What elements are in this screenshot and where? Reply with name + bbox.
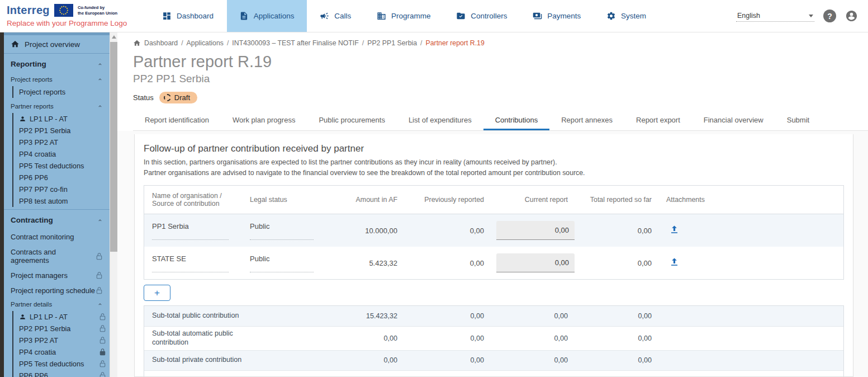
sidebar-item-partner-report-pp7[interactable]: PP7 PP7 co-fin — [13, 183, 110, 195]
summary-previously-reported: 0,00 — [404, 356, 491, 364]
col-header-previously-reported: Previously reported — [404, 190, 491, 210]
summary-previously-reported: 0,00 — [404, 312, 491, 320]
summary-label: Sub-total private contribution — [144, 353, 267, 367]
breadcrumb-applications[interactable]: Applications — [187, 39, 224, 47]
legal-status-field: Public — [250, 253, 314, 272]
breadcrumb-partner[interactable]: PP2 PP1 Serbia — [367, 39, 417, 47]
summary-row: Sub-total public contribution 15.423,32 … — [144, 306, 843, 326]
account-icon — [845, 10, 858, 22]
sidebar-item-contract-monitoring[interactable]: Contract monitoring — [4, 229, 110, 244]
tab-report-annexes[interactable]: Report annexes — [549, 111, 624, 130]
sidebar-item-project-reporting-schedule[interactable]: Project reporting schedule — [4, 283, 110, 298]
summary-total-reported: 0,00 — [575, 356, 658, 364]
sidebar-item-project-reports[interactable]: Project reports — [13, 86, 110, 98]
col-header-amount-af: Amount in AF — [326, 190, 404, 210]
tab-financial-overview[interactable]: Financial overview — [692, 111, 775, 130]
nav-dashboard[interactable]: Dashboard — [150, 0, 226, 32]
sidebar-item-project-managers[interactable]: Project managers — [4, 268, 110, 283]
sidebar-item-partner-detail-pp3[interactable]: PP3 PP2 AT — [13, 334, 110, 346]
amount-af-value: 10.000,00 — [326, 222, 404, 239]
col-header-name: Name of organisation / Source of contrib… — [144, 186, 242, 214]
table-header-row: Name of organisation / Source of contrib… — [144, 186, 843, 214]
contributions-table: Name of organisation / Source of contrib… — [144, 185, 844, 280]
sidebar-group-project-reports[interactable]: Project reports — [4, 73, 110, 85]
tab-report-identification[interactable]: Report identification — [133, 111, 221, 130]
nav-payments[interactable]: Payments — [520, 0, 593, 32]
upload-attachment-button[interactable] — [668, 224, 680, 235]
programme-logo: Interreg Co-funded by the European Union… — [0, 0, 133, 32]
sidebar-item-partner-report-pp4[interactable]: PP4 croatia — [13, 148, 110, 160]
language-select[interactable]: English — [736, 10, 814, 22]
nav-applications[interactable]: Applications — [227, 0, 307, 32]
sidebar-group-partner-reports[interactable]: Partner reports — [4, 100, 110, 112]
page-title: Partner report R.19 — [133, 53, 868, 71]
lock-open-icon — [99, 313, 106, 321]
window-left-edge — [0, 32, 4, 377]
scroll-up-arrow-icon[interactable] — [112, 35, 116, 39]
tab-list-of-expenditures[interactable]: List of expenditures — [397, 111, 483, 130]
contributions-card: Follow-up of partner contribution receiv… — [134, 134, 853, 377]
home-icon — [133, 39, 141, 47]
sidebar-item-partner-report-pp8[interactable]: PP8 test autom — [13, 195, 110, 207]
home-icon — [11, 40, 20, 49]
sidebar-section-reporting[interactable]: Reporting — [4, 54, 110, 73]
tab-report-export[interactable]: Report export — [624, 111, 692, 130]
system-icon — [606, 11, 616, 21]
lock-closed-icon — [99, 348, 106, 356]
organisation-name-field: PP1 Serbia — [152, 221, 229, 240]
sidebar-item-contracts-agreements[interactable]: Contracts and agreements — [4, 244, 110, 268]
sidebar-item-partner-report-pp5[interactable]: PP5 Test deductions — [13, 160, 110, 172]
tab-public-procurements[interactable]: Public procurements — [307, 111, 397, 130]
account-button[interactable] — [845, 10, 858, 22]
breadcrumb-project[interactable]: INT4300093 – TEST after Finalise NOTIF — [232, 39, 358, 47]
scrollbar-thumb[interactable] — [110, 42, 117, 252]
summary-table: Sub-total public contribution 15.423,32 … — [144, 305, 844, 377]
page-subtitle: PP2 PP1 Serbia — [133, 73, 868, 85]
summary-row: Sub-total automatic public contribution … — [144, 326, 843, 350]
upload-attachment-button[interactable] — [668, 257, 680, 268]
sidebar-item-partner-report-pp3[interactable]: PP3 PP2 AT — [13, 136, 110, 148]
sidebar-scrollbar[interactable] — [110, 32, 117, 377]
section-description-2: Partner organisations are advised to nav… — [144, 168, 844, 178]
chevron-up-icon — [97, 218, 103, 223]
nav-calls[interactable]: Calls — [307, 0, 363, 32]
sidebar-item-partner-detail-pp4[interactable]: PP4 croatia — [13, 346, 110, 358]
summary-amount-af: 0,00 — [326, 334, 404, 342]
nav-controllers[interactable]: Controllers — [444, 0, 519, 32]
sidebar-item-project-overview[interactable]: Project overview — [4, 35, 110, 53]
report-tabs: Report identification Work plan progress… — [133, 111, 868, 131]
eu-flag-icon — [54, 4, 73, 17]
summary-amount-af: 15.423,32 — [326, 312, 404, 320]
amount-af-value: 5.423,32 — [326, 255, 404, 272]
table-row: PP1 Serbia Public 10.000,00 0,00 0,00 — [144, 214, 843, 247]
sidebar-item-partner-detail-pp6[interactable]: PP6 PP6 — [13, 370, 110, 377]
summary-previously-reported: 0,00 — [404, 334, 491, 342]
sidebar-group-partner-details[interactable]: Partner details — [4, 298, 110, 310]
tab-contributions[interactable]: Contributions — [483, 111, 550, 130]
sidebar-section-contracting[interactable]: Contracting — [4, 210, 110, 229]
sidebar-item-partner-detail-pp2[interactable]: PP2 PP1 Serbia — [13, 323, 110, 334]
person-icon — [19, 115, 26, 122]
nav-system[interactable]: System — [594, 0, 658, 32]
lock-open-icon — [96, 286, 103, 295]
col-header-legal-status: Legal status — [242, 190, 326, 210]
sidebar-item-partner-detail-pp5[interactable]: PP5 Test deductions — [13, 358, 110, 370]
sidebar-item-partner-report-pp2[interactable]: PP2 PP1 Serbia — [13, 125, 110, 136]
current-report-input[interactable] — [496, 221, 575, 240]
tab-submit[interactable]: Submit — [775, 111, 821, 130]
cofunded-text: Co-funded by the European Union — [78, 5, 117, 16]
breadcrumb-dashboard[interactable]: Dashboard — [144, 39, 178, 47]
help-button[interactable]: ? — [823, 10, 836, 22]
sidebar-item-partner-detail-lp1[interactable]: LP1 LP - AT — [13, 311, 110, 323]
organisation-name-field: STATE SE — [152, 253, 229, 272]
add-contribution-button[interactable]: + — [144, 285, 170, 301]
upload-icon — [669, 224, 680, 235]
current-report-input[interactable] — [496, 253, 575, 272]
sidebar: Project overview Reporting Project repor… — [4, 32, 110, 377]
nav-programme[interactable]: Programme — [364, 0, 443, 32]
sidebar-item-partner-report-pp6[interactable]: PP6 PP6 — [13, 172, 110, 183]
dashboard-icon — [162, 11, 172, 21]
tab-work-plan-progress[interactable]: Work plan progress — [221, 111, 307, 130]
sidebar-item-partner-report-lp1[interactable]: LP1 LP - AT — [13, 113, 110, 125]
lock-open-icon — [99, 371, 106, 377]
